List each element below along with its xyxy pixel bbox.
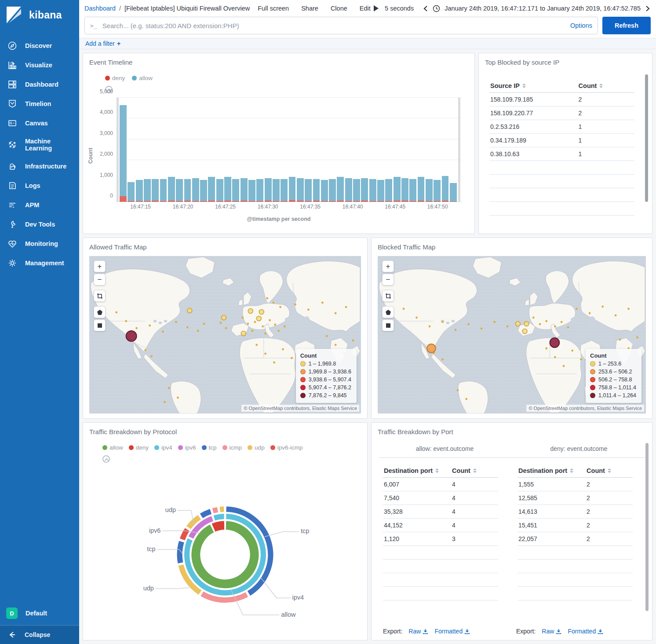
column-header-count[interactable]: Count: [451, 464, 498, 477]
legend-item-ipv6[interactable]: ipv6: [178, 444, 196, 451]
timeline-bar[interactable]: [377, 180, 384, 202]
legend-item-allow[interactable]: allow: [102, 444, 123, 451]
sidebar-item-timelion[interactable]: Timelion: [0, 94, 79, 113]
map-point[interactable]: [248, 309, 253, 314]
scrollbar[interactable]: [645, 74, 648, 202]
timeline-bar[interactable]: [297, 178, 304, 202]
map-point[interactable]: [619, 339, 621, 341]
sunburst-segment-ipv4[interactable]: [213, 513, 225, 521]
map-point[interactable]: [493, 321, 496, 323]
collapse-nav-button[interactable]: Collapse: [0, 625, 79, 644]
refresh-button[interactable]: Refresh: [602, 17, 651, 34]
timeline-bar[interactable]: [361, 178, 368, 202]
map-point[interactable]: [254, 321, 256, 323]
time-range[interactable]: January 24th 2019, 16:47:12.171 to Janua…: [445, 5, 641, 12]
map-point[interactable]: [429, 326, 431, 328]
timeline-bar[interactable]: [450, 183, 457, 202]
map-point[interactable]: [522, 329, 527, 334]
timeline-bar[interactable]: [418, 177, 425, 202]
map-point[interactable]: [507, 326, 509, 328]
legend-item-ipv6-icmp[interactable]: ipv6-icmp: [270, 444, 303, 451]
timeline-bar[interactable]: [353, 179, 360, 202]
rectangle-select-button[interactable]: [94, 319, 106, 331]
map-point[interactable]: [321, 302, 324, 304]
map-point[interactable]: [441, 359, 444, 361]
timeline-bar[interactable]: [208, 177, 215, 202]
map-point[interactable]: [162, 331, 164, 333]
map-point[interactable]: [441, 321, 444, 323]
map-point[interactable]: [187, 308, 192, 313]
sidebar-item-dev-tools[interactable]: Dev Tools: [0, 215, 79, 234]
timeline-bar[interactable]: [409, 179, 416, 202]
sidebar-item-apm[interactable]: APM: [0, 195, 79, 215]
sunburst-segment-tcp[interactable]: [177, 541, 185, 564]
map-point[interactable]: [225, 327, 227, 329]
map-point[interactable]: [481, 328, 483, 330]
map-point[interactable]: [352, 340, 354, 342]
map-point[interactable]: [150, 355, 153, 358]
zoom-out-button[interactable]: −: [94, 274, 106, 285]
breadcrumb-dashboard[interactable]: Dashboard: [84, 5, 116, 12]
timeline-bar[interactable]: [369, 179, 376, 202]
map-point[interactable]: [515, 322, 520, 326]
timeline-bar[interactable]: [273, 179, 280, 202]
map-point[interactable]: [279, 306, 281, 308]
map-bubble[interactable]: [126, 331, 137, 341]
map-point[interactable]: [532, 317, 535, 319]
map-point[interactable]: [580, 359, 582, 361]
timeline-bar[interactable]: [265, 178, 272, 202]
legend-item-deny[interactable]: deny: [129, 444, 149, 451]
map-point[interactable]: [335, 344, 337, 346]
legend-item-tcp[interactable]: tcp: [202, 444, 217, 451]
map-point[interactable]: [567, 326, 569, 329]
legend-item-icmp[interactable]: icmp: [222, 444, 242, 451]
polygon-select-button[interactable]: [382, 306, 394, 318]
timeline-bar[interactable]: [401, 178, 408, 202]
map-point[interactable]: [168, 387, 170, 389]
map-point[interactable]: [177, 397, 179, 399]
timeline-bar[interactable]: [248, 180, 255, 202]
sidebar-item-visualize[interactable]: Visualize: [0, 55, 79, 75]
sunburst-segment-udp[interactable]: [219, 506, 224, 512]
column-header-destination-port[interactable]: Destination port: [518, 464, 586, 477]
add-filter-link[interactable]: Add a filter: [85, 40, 115, 47]
map-point[interactable]: [326, 335, 328, 337]
map-point[interactable]: [627, 308, 630, 310]
timeline-bar[interactable]: [216, 179, 223, 202]
map-point[interactable]: [345, 306, 347, 308]
map-point[interactable]: [247, 323, 249, 325]
map-bubble[interactable]: [427, 344, 436, 353]
query-options-link[interactable]: Options: [570, 22, 592, 29]
rectangle-select-button[interactable]: [382, 319, 394, 331]
map-point[interactable]: [601, 306, 604, 308]
timeline-bar[interactable]: [152, 179, 159, 202]
kibana-logo[interactable]: kibana: [0, 0, 79, 28]
map-point[interactable]: [222, 315, 226, 320]
map-point[interactable]: [403, 308, 405, 310]
export-formatted-link[interactable]: Formatted: [568, 628, 603, 635]
map-point[interactable]: [467, 323, 470, 326]
column-header-count[interactable]: Count: [578, 79, 634, 92]
map-point[interactable]: [571, 350, 573, 352]
scrollbar[interactable]: [645, 443, 649, 611]
timeline-bar[interactable]: [385, 179, 392, 202]
map-point[interactable]: [589, 312, 591, 315]
map-point[interactable]: [284, 326, 286, 328]
refresh-interval[interactable]: 5 seconds: [385, 5, 414, 12]
sidebar-item-machine-learning[interactable]: Machine Learning: [0, 133, 79, 157]
column-header-destination-port[interactable]: Destination port: [383, 464, 451, 477]
map-point[interactable]: [264, 353, 266, 355]
timeline-bar[interactable]: [184, 179, 191, 202]
time-back-icon[interactable]: [423, 5, 428, 12]
play-refresh-icon[interactable]: [374, 5, 379, 11]
edit-button[interactable]: Edit: [360, 5, 371, 12]
sidebar-item-logs[interactable]: Logs: [0, 176, 79, 195]
map-point[interactable]: [259, 310, 264, 315]
timeline-bar[interactable]: [232, 179, 239, 202]
timeline-bar[interactable]: [241, 178, 248, 202]
map-point[interactable]: [125, 320, 127, 322]
timeline-bar[interactable]: [313, 179, 320, 202]
map-point[interactable]: [251, 330, 253, 332]
allowed-map[interactable]: + − Count 1 – 1,969: [89, 256, 361, 413]
map-point[interactable]: [269, 319, 271, 322]
